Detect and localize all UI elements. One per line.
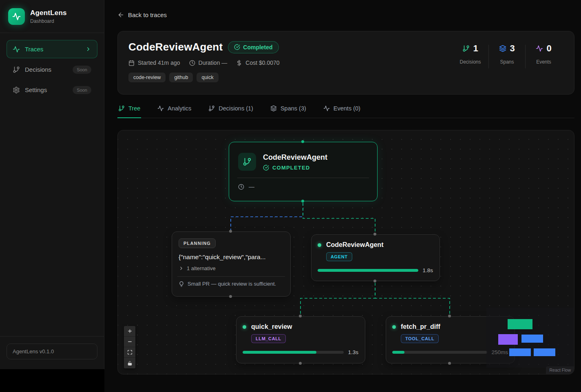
node-handle xyxy=(229,230,232,233)
agentlens-logo[interactable] xyxy=(8,8,25,25)
duration-bar-fill xyxy=(243,351,316,354)
tag: code-review xyxy=(128,73,166,82)
back-to-traces-link[interactable]: Back to traces xyxy=(117,11,167,18)
git-branch-icon xyxy=(462,45,470,52)
clock-icon xyxy=(189,60,195,66)
status-dot xyxy=(392,325,396,329)
app-root: AgentLens Dashboard Traces xyxy=(0,0,581,392)
sidebar-item-label: Traces xyxy=(25,46,80,53)
started-meta: Started 41m ago xyxy=(128,59,180,66)
duration-bar-track xyxy=(392,351,487,354)
trace-title: CodeReviewAgent xyxy=(128,41,223,53)
decision-chosen-option: {"name":"quick_review","para... xyxy=(179,253,284,261)
node-handle xyxy=(299,315,302,317)
duration-meta: Duration — xyxy=(189,59,228,66)
tab-decisions[interactable]: Decisions (1) xyxy=(208,105,254,118)
status-badge-label: Completed xyxy=(243,44,272,51)
tag: quick xyxy=(197,73,218,82)
tab-label: Analytics xyxy=(168,105,191,112)
chevron-right-icon xyxy=(179,266,184,271)
tab-tree[interactable]: Tree xyxy=(117,105,141,118)
react-flow-attribution[interactable]: React Flow xyxy=(546,366,574,374)
node-handle xyxy=(301,200,304,203)
node-title: CodeReviewAgent xyxy=(263,153,327,162)
node-title: CodeReviewAgent xyxy=(326,241,383,249)
fit-view-button[interactable] xyxy=(124,347,135,358)
sidebar-header: AgentLens Dashboard xyxy=(0,0,104,33)
stat-label: Decisions xyxy=(452,59,488,65)
alternatives-label: 1 alternative xyxy=(187,265,216,271)
trace-meta-row: Started 41m ago Duration — Cost $0.0070 xyxy=(128,59,280,66)
trace-header-left: CodeReviewAgent Completed Started 41m ag… xyxy=(128,41,280,94)
node-decision-planning[interactable]: PLANNING {"name":"quick_review","para...… xyxy=(172,231,291,297)
zoom-in-button[interactable] xyxy=(124,326,135,337)
back-link-label: Back to traces xyxy=(128,11,167,18)
node-root-agent[interactable]: CodeReviewAgent COMPLETED — xyxy=(229,142,378,201)
stat-events: 0 Events xyxy=(526,43,562,65)
decision-reason: Small PR — quick review is sufficient. xyxy=(188,281,276,287)
git-branch-icon xyxy=(238,153,256,171)
span-type-badge: TOOL_CALL xyxy=(401,334,439,343)
node-title: fetch_pr_diff xyxy=(401,323,440,330)
tab-analytics[interactable]: Analytics xyxy=(157,105,192,118)
zoom-out-button[interactable] xyxy=(124,337,135,347)
activity-icon xyxy=(157,105,164,112)
plus-icon xyxy=(127,328,133,334)
check-circle-icon xyxy=(234,44,240,50)
lock-button[interactable] xyxy=(124,358,135,368)
status-badge: Completed xyxy=(228,41,278,53)
node-handle xyxy=(299,362,302,365)
tab-label: Spans (3) xyxy=(281,105,306,112)
check-circle-icon xyxy=(263,165,269,171)
alternatives-toggle[interactable]: 1 alternative xyxy=(179,265,284,271)
duration-bar-track xyxy=(243,351,344,354)
app-name: AgentLens xyxy=(30,9,67,17)
span-duration: 1.8s xyxy=(422,267,433,273)
minus-icon xyxy=(127,339,133,344)
sidebar-item-label: Decisions xyxy=(25,66,68,73)
tab-label: Tree xyxy=(128,105,140,112)
minimap-node-span xyxy=(521,335,543,343)
activity-icon xyxy=(536,45,543,52)
node-span-llm-call[interactable]: quick_review LLM_CALL 1.3s xyxy=(236,316,365,363)
git-branch-icon xyxy=(208,105,215,112)
stat-value: 1 xyxy=(473,43,478,54)
main-content: Back to traces CodeReviewAgent Completed xyxy=(104,0,581,392)
tab-spans[interactable]: Spans (3) xyxy=(270,105,307,118)
node-handle xyxy=(448,315,451,317)
flow-canvas[interactable]: CodeReviewAgent COMPLETED — xyxy=(117,130,574,374)
stat-spans: 3 Spans xyxy=(489,43,525,65)
trace-header-card: CodeReviewAgent Completed Started 41m ag… xyxy=(117,31,574,95)
stat-value: 0 xyxy=(546,43,551,54)
minimap-node-root xyxy=(508,319,532,329)
tab-label: Decisions (1) xyxy=(219,105,253,112)
gear-icon xyxy=(13,86,20,94)
sidebar: AgentLens Dashboard Traces xyxy=(0,0,104,369)
flow-controls xyxy=(124,326,135,368)
status-dot xyxy=(318,243,321,247)
span-type-badge: LLM_CALL xyxy=(251,334,286,343)
node-span-agent[interactable]: CodeReviewAgent AGENT 1.8s xyxy=(311,234,440,281)
minimap[interactable] xyxy=(486,308,574,368)
span-type-badge: AGENT xyxy=(326,252,352,261)
trace-stats: 1 Decisions 3 Spans xyxy=(452,41,562,94)
stat-label: Spans xyxy=(489,59,525,65)
sidebar-item-settings[interactable]: Settings Soon xyxy=(7,81,97,99)
tab-events[interactable]: Events (0) xyxy=(323,105,361,118)
sidebar-item-traces[interactable]: Traces xyxy=(7,40,97,58)
activity-icon xyxy=(323,105,330,112)
minimap-node-span xyxy=(509,348,531,356)
tags-row: code-review github quick xyxy=(128,73,280,82)
sidebar-item-decisions[interactable]: Decisions Soon xyxy=(7,60,97,79)
node-status: COMPLETED xyxy=(272,165,310,171)
soon-badge: Soon xyxy=(73,86,91,94)
chevron-right-icon xyxy=(85,46,91,52)
minimap-node-span xyxy=(534,348,555,356)
stat-decisions: 1 Decisions xyxy=(452,43,488,65)
node-handle xyxy=(301,140,304,143)
dollar-icon xyxy=(236,60,242,66)
sidebar-footer: AgentLens v0.1.0 xyxy=(0,336,104,369)
cost-label: Cost $0.0070 xyxy=(245,59,279,66)
lightbulb-icon xyxy=(179,281,184,287)
sidebar-item-label: Settings xyxy=(25,86,68,93)
